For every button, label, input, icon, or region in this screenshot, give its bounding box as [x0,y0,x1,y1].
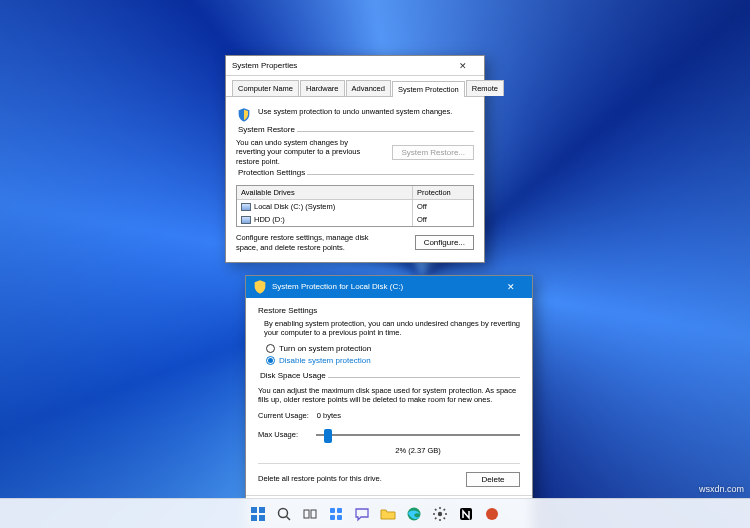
svg-rect-1 [259,507,265,513]
radio-turn-on-protection[interactable]: Turn on system protection [266,344,520,353]
svg-point-15 [486,508,498,520]
disk-icon [241,216,251,224]
radio-icon [266,344,275,353]
protection-settings-group: Protection Settings Available Drives Pro… [236,174,474,252]
radio-label: Turn on system protection [279,344,371,353]
svg-rect-6 [304,510,309,518]
dialog-title: System Protection for Local Disk (C:) [272,282,496,291]
chat-icon[interactable] [352,504,372,524]
search-icon[interactable] [274,504,294,524]
system-restore-button[interactable]: System Restore... [392,145,474,160]
radio-label: Disable system protection [279,356,371,365]
widgets-icon[interactable] [326,504,346,524]
svg-rect-0 [251,507,257,513]
drive-list[interactable]: Available Drives Protection Local Disk (… [236,185,474,227]
slider-value-text: 2% (2.37 GB) [316,446,520,455]
configure-button[interactable]: Configure... [415,235,474,250]
max-usage-label: Max Usage: [258,430,308,439]
system-properties-window: System Properties ✕ Computer Name Hardwa… [225,55,485,263]
tab-system-protection[interactable]: System Protection [392,81,465,97]
drive-protection: Off [413,213,473,226]
column-drives: Available Drives [237,186,413,199]
file-explorer-icon[interactable] [378,504,398,524]
watermark-text: wsxdn.com [699,484,744,494]
dialog-titlebar[interactable]: System Protection for Local Disk (C:) ✕ [246,276,532,298]
shield-icon [252,280,268,294]
restore-settings-description: By enabling system protection, you can u… [264,319,520,338]
current-usage-value: 0 bytes [317,411,341,420]
svg-point-4 [279,508,288,517]
svg-rect-9 [337,508,342,513]
svg-rect-10 [330,515,335,520]
dialog-body: Restore Settings By enabling system prot… [246,298,532,495]
table-row[interactable]: HDD (D:) Off [237,213,473,226]
svg-rect-11 [337,515,342,520]
max-usage-slider[interactable] [316,427,520,443]
delete-button[interactable]: Delete [466,472,520,487]
disk-space-usage-group: Disk Space Usage You can adjust the maxi… [258,377,520,487]
group-label: Protection Settings [236,168,307,177]
tab-advanced[interactable]: Advanced [346,80,391,96]
delete-description: Delete all restore points for this drive… [258,474,382,483]
group-label: Disk Space Usage [258,371,328,380]
start-button[interactable] [248,504,268,524]
window-title: System Properties [232,61,448,70]
svg-rect-7 [311,510,316,518]
app-icon[interactable] [482,504,502,524]
restore-settings-label: Restore Settings [258,306,520,315]
drive-name: HDD (D:) [254,215,285,224]
restore-description: You can undo system changes by reverting… [236,138,376,166]
radio-disable-protection[interactable]: Disable system protection [266,356,520,365]
configure-description: Configure restore settings, manage disk … [236,233,386,252]
system-protection-drive-dialog: System Protection for Local Disk (C:) ✕ … [245,275,533,528]
drive-list-header: Available Drives Protection [237,186,473,200]
svg-rect-8 [330,508,335,513]
drive-name: Local Disk (C:) (System) [254,202,335,211]
system-properties-titlebar[interactable]: System Properties ✕ [226,56,484,76]
close-icon[interactable]: ✕ [496,282,526,292]
tab-computer-name[interactable]: Computer Name [232,80,299,96]
column-protection: Protection [413,186,473,199]
table-row[interactable]: Local Disk (C:) (System) Off [237,200,473,213]
svg-point-13 [438,511,442,515]
system-restore-group: System Restore You can undo system chang… [236,131,474,166]
svg-line-5 [287,516,291,520]
shield-icon [236,107,252,123]
task-view-icon[interactable] [300,504,320,524]
drive-protection: Off [413,200,473,213]
usage-description: You can adjust the maximum disk space us… [258,386,520,405]
current-usage-label: Current Usage: [258,411,309,420]
disk-icon [241,203,251,211]
group-label: System Restore [236,125,297,134]
system-protection-panel: Use system protection to undo unwanted s… [226,97,484,262]
close-icon[interactable]: ✕ [448,61,478,71]
notion-icon[interactable] [456,504,476,524]
svg-rect-2 [251,515,257,521]
svg-rect-3 [259,515,265,521]
slider-track [316,434,520,436]
settings-icon[interactable] [430,504,450,524]
slider-thumb[interactable] [324,429,332,443]
radio-icon [266,356,275,365]
edge-browser-icon[interactable] [404,504,424,524]
taskbar[interactable] [0,498,750,528]
panel-description: Use system protection to undo unwanted s… [258,107,452,123]
tab-remote[interactable]: Remote [466,80,504,96]
tab-hardware[interactable]: Hardware [300,80,345,96]
tab-strip: Computer Name Hardware Advanced System P… [226,76,484,97]
